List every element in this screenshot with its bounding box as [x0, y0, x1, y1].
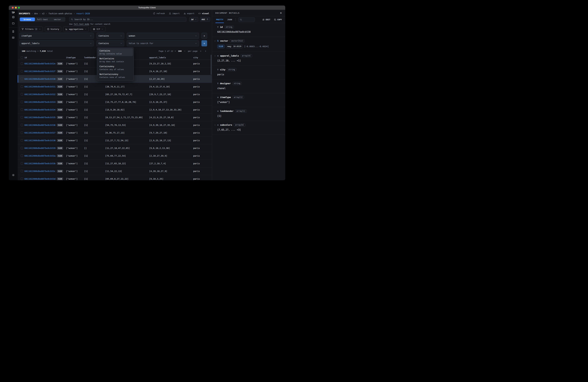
- row-checkbox[interactable]: [21, 78, 23, 80]
- tab-full-text[interactable]: full-text: [35, 18, 50, 21]
- breadcrumb-item[interactable]: fashion-week-photos: [48, 12, 72, 15]
- row-checkbox[interactable]: [21, 178, 23, 180]
- edit-button[interactable]: EDIT: [262, 19, 270, 21]
- table-row[interactable]: 6811022066dbe807be0cb534 512D ["woman"] …: [18, 106, 212, 114]
- add-filter-button[interactable]: +: [201, 40, 207, 46]
- details-search-box[interactable]: [238, 17, 255, 22]
- import-button[interactable]: import: [169, 12, 180, 15]
- sort-direction-button[interactable]: ASC: [200, 17, 210, 22]
- refresh-button[interactable]: refresh: [153, 12, 165, 15]
- filter-field-select[interactable]: apparel_labels: [19, 40, 94, 46]
- breadcrumb-item[interactable]: dev: [34, 12, 38, 15]
- tab-browse[interactable]: browse: [20, 18, 35, 21]
- export-button[interactable]: export: [184, 12, 194, 15]
- operator-option-NotContainsAny[interactable]: NotContainsAnyContains none of values: [98, 72, 133, 80]
- filter-value-select[interactable]: woman: [127, 33, 199, 39]
- row-id-link[interactable]: 6811022066dbe807be0cb53c: [24, 170, 56, 172]
- row-checkbox[interactable]: [21, 124, 23, 126]
- per-page-select[interactable]: 100: [178, 50, 186, 52]
- operator-option-ContainsAny[interactable]: ContainsAnyContains any of values: [98, 64, 133, 72]
- column-visibility-button[interactable]: 7/7: [91, 26, 105, 32]
- row-id-link[interactable]: 6811022066dbe807be0cb53b: [24, 162, 56, 165]
- filter-operator-select[interactable]: Contains: [97, 40, 124, 46]
- table-row[interactable]: 6811022066dbe807be0cb53b 512D ["woman"] …: [18, 160, 212, 167]
- row-id-link[interactable]: 6811022066dbe807be0cb532: [24, 93, 56, 96]
- aggregations-button[interactable]: aggregations: [63, 26, 89, 32]
- table-row[interactable]: 6811022066dbe807be0cb536 512D ["woman"] …: [18, 121, 212, 129]
- row-checkbox[interactable]: [21, 170, 23, 172]
- row-checkbox[interactable]: [21, 85, 23, 88]
- row-id-link[interactable]: 6811022066dbe807be0cb538: [24, 139, 56, 142]
- sort-field-select[interactable]: id: [189, 17, 198, 22]
- row-id-link[interactable]: 6811022066dbe807be0cb539: [24, 147, 56, 149]
- table-row[interactable]: 6811022066dbe807be0cb533 512D ["woman"] …: [18, 98, 212, 106]
- table-row[interactable]: 6811022066dbe807be0cb539 512D ["woman"] …: [18, 144, 212, 152]
- row-id-link[interactable]: 6811022066dbe807be0cb52f: [24, 70, 56, 73]
- table-row[interactable]: 6811022066dbe807be0cb537 512D ["woman"] …: [18, 129, 212, 137]
- column-header-itemType[interactable]: itemType: [66, 56, 84, 59]
- filter-operator-select[interactable]: Contains: [97, 33, 124, 39]
- row-checkbox[interactable]: [21, 147, 23, 149]
- expand-chevron-icon[interactable]: [214, 55, 216, 58]
- expand-chevron-icon[interactable]: [214, 40, 216, 42]
- search-input[interactable]: [74, 18, 185, 20]
- row-checkbox[interactable]: [21, 101, 23, 103]
- sidebar-item-table[interactable]: [9, 35, 18, 41]
- operator-option-NotContains[interactable]: NotContainsArray does not contain: [98, 56, 133, 64]
- close-details-button[interactable]: ✕: [280, 12, 282, 14]
- row-checkbox[interactable]: [21, 162, 23, 164]
- id-search-box[interactable]: [69, 17, 186, 22]
- operator-option-Contains[interactable]: ContainsArray contains value: [98, 48, 133, 56]
- row-checkbox[interactable]: [21, 108, 23, 111]
- breadcrumb-root[interactable]: DOCUMENTS: [19, 12, 30, 15]
- table-row[interactable]: 6811022066dbe807be0cb53a 512D ["woman"] …: [18, 152, 212, 160]
- prev-page-button[interactable]: ‹: [199, 49, 203, 53]
- row-id-link[interactable]: 6811022066dbe807be0cb534: [24, 108, 56, 111]
- row-checkbox[interactable]: [21, 62, 23, 65]
- breadcrumb-item[interactable]: v2: [42, 12, 44, 15]
- column-header-id[interactable]: id: [24, 56, 66, 59]
- row-checkbox[interactable]: [21, 70, 23, 72]
- column-header-city[interactable]: city: [193, 56, 212, 59]
- row-id-link[interactable]: 6811022066dbe807be0cb531: [24, 85, 56, 88]
- copy-button[interactable]: COPY: [274, 19, 282, 21]
- row-id-link[interactable]: 6811022066dbe807be0cb53a: [24, 155, 56, 157]
- row-checkbox[interactable]: [21, 155, 23, 157]
- filters-button[interactable]: filters1: [19, 26, 43, 32]
- table-row[interactable]: 6811022066dbe807be0cb538 512D ["woman"] …: [18, 137, 212, 144]
- next-page-button[interactable]: ›: [204, 49, 207, 53]
- table-scrollbar[interactable]: [211, 55, 211, 75]
- row-id-link[interactable]: 6811022066dbe807be0cb52e: [24, 62, 56, 65]
- table-row[interactable]: 6811022066dbe807be0cb531 512D ["woman"] …: [18, 83, 212, 91]
- row-checkbox[interactable]: [21, 139, 23, 141]
- row-checkbox[interactable]: [21, 132, 23, 134]
- sidebar-item-folder[interactable]: [9, 20, 18, 26]
- row-id-link[interactable]: 6811022066dbe807be0cb537: [24, 132, 56, 134]
- filter-value-select[interactable]: Value to search for: [127, 40, 199, 46]
- details-tab-json[interactable]: JSON: [227, 16, 233, 23]
- sidebar-item-document[interactable]: [9, 28, 18, 35]
- filter-field-select[interactable]: itemType: [19, 33, 94, 39]
- table-row[interactable]: 6811022066dbe807be0cb53d 512D ["woman"] …: [18, 175, 212, 180]
- row-id-link[interactable]: 6811022066dbe807be0cb536: [24, 124, 56, 126]
- table-row[interactable]: 6811022066dbe807be0cb535 512D ["woman"] …: [18, 114, 212, 121]
- select-all-checkbox[interactable]: [21, 56, 23, 59]
- table-row[interactable]: 6811022066dbe807be0cb532 512D ["woman"] …: [18, 91, 212, 98]
- full-text-mode-link[interactable]: full-text mode: [74, 23, 89, 25]
- history-button[interactable]: history: [45, 26, 61, 32]
- row-id-link[interactable]: 6811022066dbe807be0cb530: [24, 78, 56, 80]
- column-header-apparel_labels[interactable]: apparel_labels: [149, 56, 193, 59]
- remove-filter-button[interactable]: ✕: [201, 33, 207, 39]
- row-id-link[interactable]: 6811022066dbe807be0cb533: [24, 101, 56, 103]
- tab-vector[interactable]: vector: [50, 18, 65, 21]
- row-id-link[interactable]: 6811022066dbe807be0cb53d: [24, 178, 56, 180]
- row-checkbox[interactable]: [21, 93, 23, 95]
- settings-button[interactable]: [9, 172, 18, 178]
- row-id-link[interactable]: 6811022066dbe807be0cb535: [24, 116, 56, 119]
- visual-button[interactable]: visual: [198, 12, 209, 15]
- row-checkbox[interactable]: [21, 116, 23, 119]
- table-row[interactable]: 6811022066dbe807be0cb53c 512D ["woman"] …: [18, 167, 212, 175]
- details-tab-pretty[interactable]: PRETTY: [215, 16, 224, 23]
- expand-chevron-icon[interactable]: [214, 124, 216, 127]
- sidebar-item-database[interactable]: [9, 14, 18, 20]
